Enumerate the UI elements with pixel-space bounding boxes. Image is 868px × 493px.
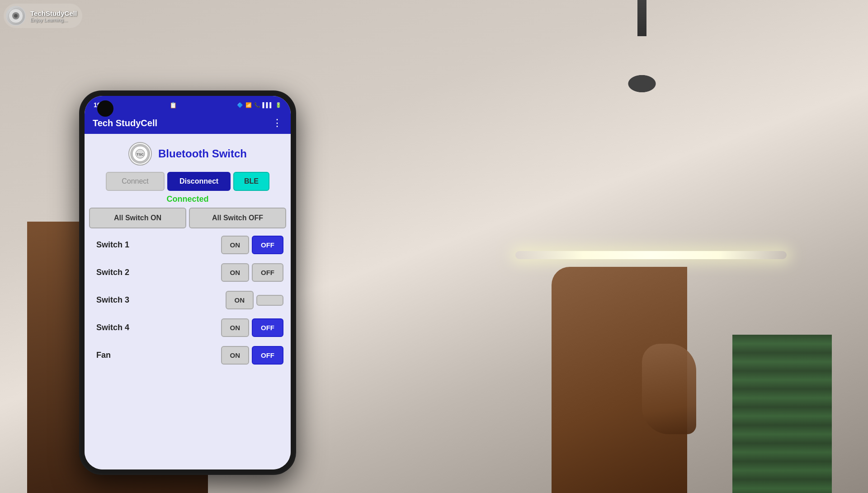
- disconnect-button[interactable]: Disconnect: [167, 172, 231, 191]
- switch-1-on-button[interactable]: ON: [221, 236, 250, 254]
- switch-list: Switch 1 ON OFF Switch 2 ON OFF Switch 3…: [89, 232, 286, 368]
- fan-label: Fan: [92, 351, 221, 360]
- status-icons: 🔷 📶 📞 ▌▌▌ 🔋: [237, 102, 282, 108]
- phone-body: 19:53 📋 🔷 📶 📞 ▌▌▌ 🔋 Tech StudyCell ⋮: [79, 90, 296, 475]
- switch-row-1: Switch 1 ON OFF: [89, 232, 286, 258]
- battery-icon: 🔋: [275, 102, 282, 108]
- switch-1-label: Switch 1: [92, 240, 221, 250]
- app-title-bar: Tech StudyCell ⋮: [85, 112, 291, 134]
- brand-overlay: TechStudyCell Enjoy Learning...: [4, 4, 82, 28]
- curtain-decoration: [732, 335, 832, 493]
- bluetooth-status-icon: 🔷: [237, 102, 243, 108]
- connection-button-row: Connect Disconnect BLE: [89, 172, 286, 191]
- switch-row-4: Switch 4 ON OFF: [89, 315, 286, 341]
- app-content: TSC Bluetooth Switch Connect Disconnect …: [85, 134, 291, 469]
- brand-tagline: Enjoy Learning...: [30, 17, 77, 23]
- menu-dots-button[interactable]: ⋮: [272, 117, 283, 129]
- connect-button[interactable]: Connect: [106, 172, 165, 191]
- all-switch-on-button[interactable]: All Switch ON: [89, 208, 186, 228]
- status-bar: 19:53 📋 🔷 📶 📞 ▌▌▌ 🔋: [85, 96, 291, 112]
- brand-text-block: TechStudyCell Enjoy Learning...: [30, 9, 77, 23]
- ceiling-fan-decoration: [552, 0, 732, 113]
- brand-avatar: [6, 6, 26, 26]
- light-strip-decoration: [515, 251, 787, 259]
- app-logo: TSC: [128, 142, 152, 166]
- app-title-text: Tech StudyCell: [93, 118, 157, 128]
- brand-name: TechStudyCell: [30, 9, 77, 17]
- header-row: TSC Bluetooth Switch: [89, 139, 286, 168]
- svg-point-2: [14, 14, 18, 18]
- all-switch-row: All Switch ON All Switch OFF: [89, 208, 286, 228]
- wifi-status-icon: 📶: [245, 102, 252, 108]
- status-app-icon: 📋: [170, 102, 177, 109]
- app-heading: Bluetooth Switch: [158, 147, 247, 160]
- call-status-icon: 📞: [254, 102, 260, 108]
- switch-2-on-button[interactable]: ON: [221, 263, 250, 282]
- switch-row-3: Switch 3 ON: [89, 287, 286, 313]
- switch-row-fan: Fan ON OFF: [89, 342, 286, 368]
- fan-off-button[interactable]: OFF: [252, 346, 283, 365]
- switch-4-off-button[interactable]: OFF: [252, 318, 283, 337]
- phone-screen: 19:53 📋 🔷 📶 📞 ▌▌▌ 🔋 Tech StudyCell ⋮: [85, 96, 291, 469]
- switch-4-on-button[interactable]: ON: [221, 318, 250, 337]
- camera-hole: [97, 100, 113, 117]
- logo-inner: TSC: [130, 144, 150, 164]
- ble-button[interactable]: BLE: [233, 172, 269, 191]
- signal-bars-icon: ▌▌▌: [263, 102, 273, 108]
- switch-3-on-button[interactable]: ON: [226, 291, 254, 309]
- phone-device: 19:53 📋 🔷 📶 📞 ▌▌▌ 🔋 Tech StudyCell ⋮: [79, 90, 296, 475]
- switch-row-2: Switch 2 ON OFF: [89, 260, 286, 285]
- fan-on-button[interactable]: ON: [221, 346, 250, 365]
- switch-1-off-button[interactable]: OFF: [252, 236, 283, 254]
- switch-4-label: Switch 4: [92, 323, 221, 332]
- switch-2-off-button[interactable]: OFF: [252, 263, 283, 282]
- thumb-decoration: [642, 344, 696, 434]
- connection-status: Connected: [166, 194, 208, 204]
- svg-text:TSC: TSC: [137, 152, 144, 156]
- switch-3-label: Switch 3: [92, 295, 226, 305]
- switch-3-off-button[interactable]: [256, 295, 283, 306]
- all-switch-off-button[interactable]: All Switch OFF: [189, 208, 286, 228]
- switch-2-label: Switch 2: [92, 268, 221, 277]
